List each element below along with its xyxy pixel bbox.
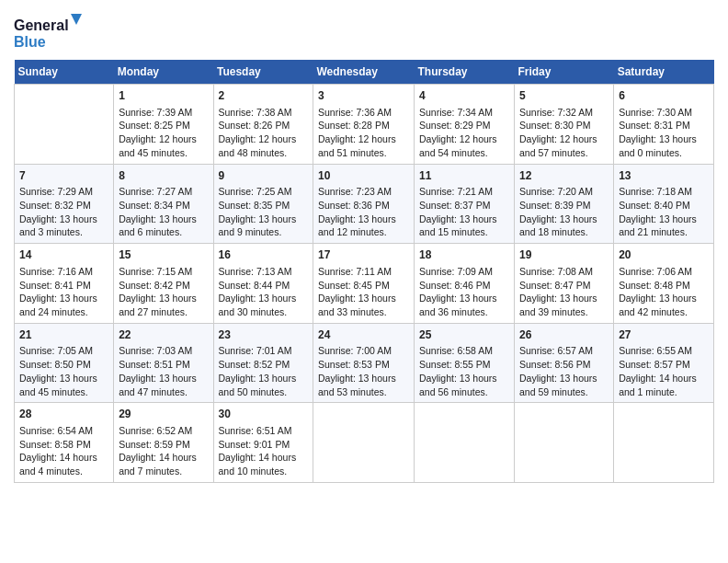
day-number: 21	[19, 327, 108, 343]
day-number: 10	[318, 168, 409, 184]
cell-info: Sunrise: 7:09 AM Sunset: 8:46 PM Dayligh…	[419, 265, 509, 319]
cell-info: Sunrise: 7:34 AM Sunset: 8:29 PM Dayligh…	[419, 106, 509, 160]
calendar-cell: 14Sunrise: 7:16 AM Sunset: 8:41 PM Dayli…	[15, 244, 114, 324]
day-number: 8	[119, 168, 208, 184]
column-header-saturday: Saturday	[614, 60, 714, 85]
calendar-week-row: 28Sunrise: 6:54 AM Sunset: 8:58 PM Dayli…	[15, 403, 714, 483]
day-number: 12	[519, 168, 609, 184]
calendar-cell: 25Sunrise: 6:58 AM Sunset: 8:55 PM Dayli…	[414, 323, 514, 403]
calendar-cell: 7Sunrise: 7:29 AM Sunset: 8:32 PM Daylig…	[15, 164, 114, 244]
cell-info: Sunrise: 7:18 AM Sunset: 8:40 PM Dayligh…	[619, 185, 709, 239]
cell-info: Sunrise: 6:55 AM Sunset: 8:57 PM Dayligh…	[619, 344, 709, 398]
calendar-cell: 3Sunrise: 7:36 AM Sunset: 8:28 PM Daylig…	[313, 85, 415, 165]
cell-info: Sunrise: 7:20 AM Sunset: 8:39 PM Dayligh…	[519, 185, 609, 239]
calendar-cell: 17Sunrise: 7:11 AM Sunset: 8:45 PM Dayli…	[313, 244, 415, 324]
day-number: 27	[619, 327, 709, 343]
calendar-cell	[313, 403, 415, 483]
cell-info: Sunrise: 7:29 AM Sunset: 8:32 PM Dayligh…	[19, 185, 108, 239]
page-header: GeneralBlue	[14, 14, 714, 51]
cell-info: Sunrise: 7:11 AM Sunset: 8:45 PM Dayligh…	[318, 265, 409, 319]
calendar-cell: 9Sunrise: 7:25 AM Sunset: 8:35 PM Daylig…	[213, 164, 313, 244]
day-number: 25	[419, 327, 509, 343]
calendar-cell: 12Sunrise: 7:20 AM Sunset: 8:39 PM Dayli…	[514, 164, 613, 244]
svg-text:General: General	[14, 17, 69, 33]
calendar-cell: 29Sunrise: 6:52 AM Sunset: 8:59 PM Dayli…	[114, 403, 213, 483]
day-number: 16	[219, 247, 309, 263]
calendar-cell	[414, 403, 514, 483]
cell-info: Sunrise: 7:08 AM Sunset: 8:47 PM Dayligh…	[519, 265, 609, 319]
svg-text:Blue: Blue	[14, 34, 46, 50]
day-number: 19	[519, 247, 609, 263]
day-number: 1	[119, 88, 208, 104]
calendar-cell: 23Sunrise: 7:01 AM Sunset: 8:52 PM Dayli…	[213, 323, 313, 403]
day-number: 26	[519, 327, 609, 343]
calendar-cell: 28Sunrise: 6:54 AM Sunset: 8:58 PM Dayli…	[15, 403, 114, 483]
day-number: 30	[219, 407, 309, 422]
cell-info: Sunrise: 6:58 AM Sunset: 8:55 PM Dayligh…	[419, 344, 509, 398]
calendar-cell: 4Sunrise: 7:34 AM Sunset: 8:29 PM Daylig…	[414, 85, 514, 165]
calendar-cell: 21Sunrise: 7:05 AM Sunset: 8:50 PM Dayli…	[15, 323, 114, 403]
column-header-tuesday: Tuesday	[213, 60, 313, 85]
calendar-cell: 20Sunrise: 7:06 AM Sunset: 8:48 PM Dayli…	[614, 244, 714, 324]
cell-info: Sunrise: 7:00 AM Sunset: 8:53 PM Dayligh…	[318, 344, 409, 398]
column-header-friday: Friday	[514, 60, 613, 85]
logo-svg: GeneralBlue	[14, 14, 87, 51]
day-number: 24	[318, 327, 409, 343]
day-number: 9	[219, 168, 309, 184]
svg-marker-2	[71, 14, 82, 25]
day-number: 13	[619, 168, 709, 184]
calendar-week-row: 1Sunrise: 7:39 AM Sunset: 8:25 PM Daylig…	[15, 85, 714, 165]
calendar-cell	[514, 403, 613, 483]
calendar-cell: 11Sunrise: 7:21 AM Sunset: 8:37 PM Dayli…	[414, 164, 514, 244]
day-number: 7	[19, 168, 108, 184]
cell-info: Sunrise: 7:39 AM Sunset: 8:25 PM Dayligh…	[119, 106, 208, 160]
day-number: 22	[119, 327, 208, 343]
cell-info: Sunrise: 6:52 AM Sunset: 8:59 PM Dayligh…	[119, 424, 208, 478]
cell-info: Sunrise: 7:01 AM Sunset: 8:52 PM Dayligh…	[219, 344, 309, 398]
calendar-cell: 1Sunrise: 7:39 AM Sunset: 8:25 PM Daylig…	[114, 85, 213, 165]
cell-info: Sunrise: 7:23 AM Sunset: 8:36 PM Dayligh…	[318, 185, 409, 239]
cell-info: Sunrise: 7:32 AM Sunset: 8:30 PM Dayligh…	[519, 106, 609, 160]
calendar-cell: 22Sunrise: 7:03 AM Sunset: 8:51 PM Dayli…	[114, 323, 213, 403]
cell-info: Sunrise: 7:06 AM Sunset: 8:48 PM Dayligh…	[619, 265, 709, 319]
day-number: 20	[619, 247, 709, 263]
day-number: 4	[419, 88, 509, 104]
calendar-cell: 19Sunrise: 7:08 AM Sunset: 8:47 PM Dayli…	[514, 244, 613, 324]
calendar-cell: 8Sunrise: 7:27 AM Sunset: 8:34 PM Daylig…	[114, 164, 213, 244]
day-number: 6	[619, 88, 709, 104]
calendar-cell: 6Sunrise: 7:30 AM Sunset: 8:31 PM Daylig…	[614, 85, 714, 165]
day-number: 17	[318, 247, 409, 263]
calendar-cell	[15, 85, 114, 165]
day-number: 14	[19, 247, 108, 263]
calendar-cell: 24Sunrise: 7:00 AM Sunset: 8:53 PM Dayli…	[313, 323, 415, 403]
calendar-week-row: 21Sunrise: 7:05 AM Sunset: 8:50 PM Dayli…	[15, 323, 714, 403]
day-number: 29	[119, 407, 208, 422]
calendar-week-row: 7Sunrise: 7:29 AM Sunset: 8:32 PM Daylig…	[15, 164, 714, 244]
day-number: 3	[318, 88, 409, 104]
calendar-cell: 15Sunrise: 7:15 AM Sunset: 8:42 PM Dayli…	[114, 244, 213, 324]
calendar-cell: 18Sunrise: 7:09 AM Sunset: 8:46 PM Dayli…	[414, 244, 514, 324]
cell-info: Sunrise: 7:13 AM Sunset: 8:44 PM Dayligh…	[219, 265, 309, 319]
calendar-cell: 10Sunrise: 7:23 AM Sunset: 8:36 PM Dayli…	[313, 164, 415, 244]
column-header-monday: Monday	[114, 60, 213, 85]
day-number: 5	[519, 88, 609, 104]
day-number: 23	[219, 327, 309, 343]
calendar-cell: 27Sunrise: 6:55 AM Sunset: 8:57 PM Dayli…	[614, 323, 714, 403]
calendar-cell: 30Sunrise: 6:51 AM Sunset: 9:01 PM Dayli…	[213, 403, 313, 483]
cell-info: Sunrise: 7:16 AM Sunset: 8:41 PM Dayligh…	[19, 265, 108, 319]
cell-info: Sunrise: 7:38 AM Sunset: 8:26 PM Dayligh…	[219, 106, 309, 160]
cell-info: Sunrise: 6:51 AM Sunset: 9:01 PM Dayligh…	[219, 424, 309, 478]
calendar-cell: 26Sunrise: 6:57 AM Sunset: 8:56 PM Dayli…	[514, 323, 613, 403]
day-number: 2	[219, 88, 309, 104]
calendar-cell: 16Sunrise: 7:13 AM Sunset: 8:44 PM Dayli…	[213, 244, 313, 324]
cell-info: Sunrise: 7:27 AM Sunset: 8:34 PM Dayligh…	[119, 185, 208, 239]
column-header-thursday: Thursday	[414, 60, 514, 85]
day-number: 18	[419, 247, 509, 263]
cell-info: Sunrise: 7:15 AM Sunset: 8:42 PM Dayligh…	[119, 265, 208, 319]
calendar-cell: 5Sunrise: 7:32 AM Sunset: 8:30 PM Daylig…	[514, 85, 613, 165]
column-header-sunday: Sunday	[15, 60, 114, 85]
cell-info: Sunrise: 7:21 AM Sunset: 8:37 PM Dayligh…	[419, 185, 509, 239]
cell-info: Sunrise: 7:05 AM Sunset: 8:50 PM Dayligh…	[19, 344, 108, 398]
cell-info: Sunrise: 7:36 AM Sunset: 8:28 PM Dayligh…	[318, 106, 409, 160]
calendar-cell: 2Sunrise: 7:38 AM Sunset: 8:26 PM Daylig…	[213, 85, 313, 165]
